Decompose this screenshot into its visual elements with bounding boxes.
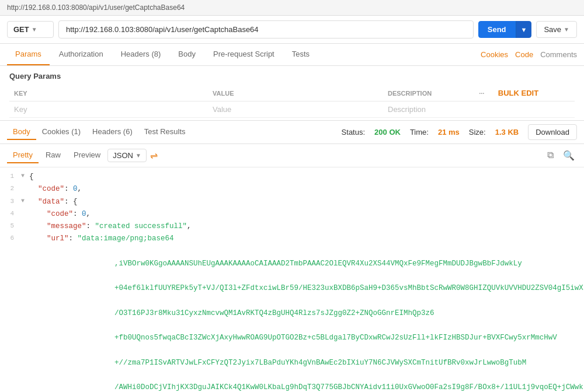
line-num-4: 4: [0, 208, 21, 219]
send-arrow-button[interactable]: ▼: [516, 21, 532, 38]
search-icon[interactable]: 🔍: [561, 149, 577, 162]
table-row: Key Value Description: [9, 102, 575, 118]
json-line-4: 4 "code": 0,: [0, 208, 584, 220]
fmt-tab-pretty[interactable]: Pretty: [7, 148, 39, 163]
tab-comments-right[interactable]: Comments: [540, 50, 577, 59]
method-select[interactable]: GET ▼: [7, 21, 54, 38]
tab-authorization[interactable]: Authorization: [51, 44, 112, 65]
col-header-key: KEY: [9, 85, 208, 102]
send-button[interactable]: Send: [478, 21, 516, 38]
description-cell[interactable]: Description: [383, 102, 470, 118]
line-num-2: 2: [0, 183, 21, 194]
tab-prerequest[interactable]: Pre-request Script: [205, 44, 283, 65]
status-area: Status: 200 OK Time: 21 ms Size: 1.3 KB …: [342, 124, 577, 140]
resp-tab-test-results[interactable]: Test Results: [138, 124, 192, 140]
url-input[interactable]: [58, 20, 474, 38]
fold-icon-1[interactable]: ▼: [21, 171, 29, 181]
json-line-1: 1 ▼ {: [0, 171, 584, 183]
fmt-tab-preview[interactable]: Preview: [68, 148, 106, 163]
col-header-value: VALUE: [208, 85, 383, 102]
size-value: 1.3 KB: [495, 128, 519, 136]
time-value: 21 ms: [438, 128, 460, 136]
json-content-5: "message": "created successfull",: [29, 220, 192, 233]
json-line-6: 6 "url": "data:image/png;base64 ,iVBOrw0…: [0, 233, 584, 392]
status-label: Status:: [342, 128, 365, 136]
line-num-1: 1: [0, 171, 21, 182]
save-label: Save: [544, 25, 561, 34]
line-num-5: 5: [0, 220, 21, 232]
format-actions: ⧉ 🔍: [545, 149, 577, 162]
format-select-arrow-icon: ▼: [135, 152, 141, 159]
tab-body[interactable]: Body: [170, 44, 204, 65]
bulk-edit-link[interactable]: Bulk Edit: [498, 89, 538, 97]
save-button[interactable]: Save ▼: [536, 21, 577, 38]
download-button[interactable]: Download: [528, 124, 577, 140]
col-header-description: DESCRIPTION: [383, 85, 470, 102]
resp-tab-body[interactable]: Body: [7, 124, 36, 140]
format-bar: Pretty Raw Preview JSON ▼ ⇌ ⧉ 🔍: [0, 144, 584, 167]
method-label: GET: [13, 25, 29, 34]
fmt-tab-raw[interactable]: Raw: [40, 148, 67, 163]
title-url: http://192.168.0.103:8080/api/v1/user/ge…: [7, 4, 185, 12]
json-line-3: 3 ▼ "data": {: [0, 196, 584, 208]
json-content-6: "url": "data:image/png;base64 ,iVBOrw0KG…: [29, 233, 584, 392]
json-line-2: 2 "code": 0,: [0, 183, 584, 195]
key-cell[interactable]: Key: [9, 102, 208, 118]
wrap-icon[interactable]: ⇌: [150, 150, 158, 161]
right-tabs: Cookies Code Comments: [481, 50, 577, 59]
tab-code-right[interactable]: Code: [515, 50, 533, 59]
response-bar: Body Cookies (1) Headers (6) Test Result…: [0, 120, 584, 144]
status-value: 200 OK: [374, 128, 401, 136]
json-content-2: "code": 0,: [29, 183, 82, 195]
params-table: KEY VALUE DESCRIPTION ··· Bulk Edit Key …: [9, 85, 575, 118]
url-bar: GET ▼ Send ▼ Save ▼: [0, 16, 584, 44]
bulk-edit-cell: Bulk Edit: [493, 85, 575, 102]
resp-tab-headers[interactable]: Headers (6): [86, 124, 138, 140]
line-num-6: 6: [0, 233, 21, 244]
query-params-title: Query Params: [9, 72, 575, 80]
method-arrow-icon: ▼: [32, 26, 37, 33]
json-line-5: 5 "message": "created successfull",: [0, 220, 584, 233]
time-label: Time:: [410, 128, 429, 136]
value-cell[interactable]: Value: [208, 102, 383, 118]
size-label: Size:: [469, 128, 486, 136]
main-tabs: Params Authorization Headers (8) Body Pr…: [0, 44, 584, 66]
resp-tab-cookies[interactable]: Cookies (1): [36, 124, 86, 140]
fold-icon-3[interactable]: ▼: [21, 196, 29, 206]
tab-params[interactable]: Params: [7, 44, 50, 65]
title-bar: http://192.168.0.103:8080/api/v1/user/ge…: [0, 0, 584, 16]
json-content-4: "code": 0,: [29, 208, 91, 220]
json-viewer: 1 ▼ { 2 "code": 0, 3 ▼ "data": { 4 "code…: [0, 167, 584, 392]
tab-headers[interactable]: Headers (8): [113, 44, 169, 65]
save-arrow-icon: ▼: [564, 26, 569, 33]
query-params-section: Query Params KEY VALUE DESCRIPTION ··· B…: [0, 66, 584, 118]
format-select-label: JSON: [113, 151, 133, 160]
copy-icon[interactable]: ⧉: [545, 149, 556, 162]
format-select[interactable]: JSON ▼: [107, 149, 147, 162]
tab-cookies-right[interactable]: Cookies: [481, 50, 508, 59]
json-content-1: {: [29, 171, 34, 183]
tab-tests[interactable]: Tests: [284, 44, 318, 65]
line-num-3: 3: [0, 196, 21, 207]
json-content-3: "data": {: [29, 196, 78, 208]
col-header-actions: ···: [470, 85, 493, 102]
